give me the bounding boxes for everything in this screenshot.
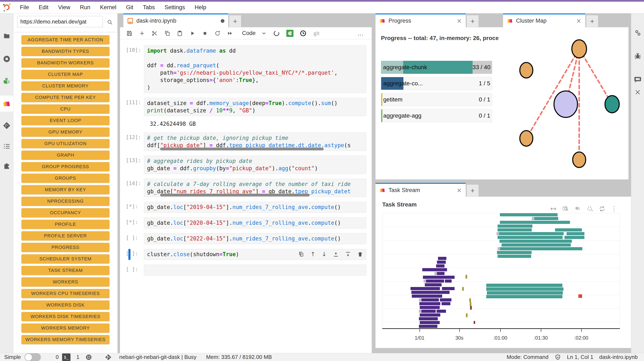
notebook-cell-9[interactable]: [ ]: [126,265,372,276]
notebook-cell-3[interactable]: [13]:# aggregate rides by pickup dategb_… [126,156,372,174]
insert-below-cell-button[interactable] [345,251,351,258]
unsaved-changes-dot[interactable] [221,19,224,23]
menu-run[interactable]: Run [75,4,95,11]
new-tab-button[interactable]: + [229,15,241,27]
menu-help[interactable]: Help [190,4,211,11]
kernel-chip-icon[interactable] [85,354,92,361]
dask-dashboard-button-workers[interactable]: WORKERS [22,277,110,287]
copy-icon[interactable] [164,30,170,36]
bug-icon[interactable] [631,52,644,60]
task-stream-tab[interactable]: Task Stream [376,183,466,197]
dask-dashboard-button-task-stream[interactable]: TASK STREAM [22,266,110,275]
dask-dashboard-button-scheduler-system[interactable]: SCHEDULER SYSTEM [22,254,110,264]
kernel-status-text[interactable]: nebari-git-nebari-git-dask | Busy [119,354,196,360]
dask-dashboard-button-event-loop[interactable]: EVENT LOOP [22,116,110,125]
mode-indicator[interactable]: Mode: Command [506,354,548,360]
arrows-h-tool-icon[interactable] [550,205,557,212]
dask-dashboard-button-graph[interactable]: GRAPH [22,151,110,160]
move-down-cell-button[interactable]: ↓ [322,251,326,258]
menu-kernel[interactable]: Kernel [95,4,121,11]
folder-icon[interactable] [0,32,13,39]
cell-editor[interactable]: gb_date.loc["2022-04-15"].num_rides_7_ro… [144,233,366,244]
close-icon[interactable] [631,89,644,96]
notebook-tab[interactable]: dask-intro.ipynb [123,13,228,27]
cluster-node-0[interactable] [572,40,586,58]
cluster-node-4[interactable] [520,131,533,146]
cell-type-select[interactable]: Code [242,30,266,36]
cell-editor[interactable] [144,265,366,276]
dask-dashboard-button-bandwidth-types[interactable]: BANDWIDTH TYPES [22,47,110,56]
toolbar-more-button[interactable]: … [357,30,364,37]
dask-dashboard-button-profile[interactable]: PROFILE [22,220,110,229]
dask-dashboard-button-occupancy[interactable]: OCCUPANCY [22,208,110,217]
horizontal-scrollbar[interactable] [160,148,324,150]
kernels-count[interactable]: 1 [76,354,79,360]
dask-dashboard-button-groups[interactable]: GROUPS [22,174,110,183]
paste-icon[interactable] [177,30,183,36]
save-icon[interactable] [126,30,132,36]
dask-icon[interactable] [0,100,13,108]
move-up-cell-button[interactable]: ↑ [310,251,315,258]
notebook-cell-8[interactable]: [ ]:cluster.close(shutdown=True)↑↓ [126,249,372,260]
notebook-cell-6[interactable]: [*]:gb_date.loc["2020-04-15"].num_rides_… [126,217,372,229]
gears-icon[interactable] [631,29,644,37]
dask-dashboard-button-workers-cpu-timeseries[interactable]: WORKERS CPU TIMESERIES [22,289,110,298]
kernel-status-icon[interactable] [273,30,280,37]
dask-dashboard-button-workers-memory-timeseries[interactable]: WORKERS MEMORY TIMESERIES [22,335,110,344]
dask-dashboard-button-progress[interactable]: PROGRESS [22,243,110,252]
cluster-node-1[interactable] [520,62,533,78]
dask-dashboard-button-workers-disk[interactable]: WORKERS DISK [22,300,110,310]
dask-dashboard-button-cluster-memory[interactable]: CLUSTER MEMORY [22,81,110,91]
notebook-cell-2[interactable]: [12]:# get the pickup date, ignoring pic… [126,132,372,151]
dask-dashboard-button-nprocessing[interactable]: NPROCESSING [22,197,110,206]
cut-icon[interactable] [152,30,158,36]
dask-dashboard-button-cpu[interactable]: CPU [22,104,110,114]
cell-editor[interactable]: gb_date.loc["2019-04-15"].num_rides_7_ro… [144,202,366,213]
conda-store-icon[interactable] [0,77,13,85]
close-icon[interactable] [456,18,462,24]
cell-editor[interactable]: gb_date.loc["2020-04-15"].num_rides_7_ro… [144,217,366,229]
run-icon[interactable] [189,30,196,36]
task-stream-plot[interactable] [382,213,620,328]
cluster-node-2[interactable] [554,91,578,117]
cursor-position[interactable]: Ln 1, Col 1 [567,354,594,360]
more-dots-tool-icon[interactable]: ⋮ [611,205,617,212]
notebook-cell-0[interactable]: [10]:import dask.dataframe as dd ddf = d… [126,45,372,93]
new-tab-button[interactable]: + [466,184,479,197]
execution-time-clock-icon[interactable] [300,30,306,37]
add-icon[interactable] [139,30,145,36]
dask-dashboard-button-workers-memory[interactable]: WORKERS MEMORY [22,324,110,333]
refresh-tool-icon[interactable] [599,205,606,212]
cluster-node-5[interactable] [573,152,586,167]
dask-dashboard-button-gpu-memory[interactable]: GPU MEMORY [22,127,110,137]
list-icon[interactable] [0,143,13,150]
menu-file[interactable]: File [15,4,34,11]
menu-edit[interactable]: Edit [34,4,54,11]
dask-dashboard-button-gpu-utilization[interactable]: GPU UTILIZATION [22,139,110,148]
active-file-name[interactable]: dask-intro.ipynb [599,354,638,360]
delete-cell-button[interactable] [357,251,363,258]
cluster-node-3[interactable] [605,96,619,113]
puzzle-icon[interactable] [0,162,13,170]
notebook-cell-7[interactable]: [ ]:gb_date.loc["2022-04-15"].num_rides_… [126,233,372,244]
box-zoom-tool-icon[interactable] [562,205,569,212]
cell-toolbar-sliders-icon[interactable] [286,30,294,37]
search-icon[interactable] [106,19,113,25]
insert-above-cell-button[interactable] [333,251,339,258]
shield-check-icon[interactable] [554,354,561,361]
close-icon[interactable] [576,18,582,24]
restart-icon[interactable] [214,30,221,36]
new-tab-button[interactable]: + [466,15,479,27]
horizontal-scrollbar[interactable] [160,194,310,196]
close-icon[interactable] [456,188,462,193]
dask-dashboard-button-memory-by-key[interactable]: MEMORY BY KEY [22,185,110,194]
dask-dashboard-button-compute-time-per-key[interactable]: COMPUTE TIME PER KEY [22,93,110,102]
stop-icon[interactable] [202,30,208,36]
cluster-map-tab[interactable]: Cluster Map [503,13,585,27]
menu-settings[interactable]: Settings [160,4,190,11]
git-icon[interactable] [0,122,13,130]
cluster-map-graph[interactable] [503,27,628,179]
cell-editor[interactable]: import dask.dataframe as dd ddf = dd.rea… [144,45,366,93]
terminal-icon[interactable]: $_ [62,354,70,361]
terminals-count[interactable]: 0 [56,354,58,360]
